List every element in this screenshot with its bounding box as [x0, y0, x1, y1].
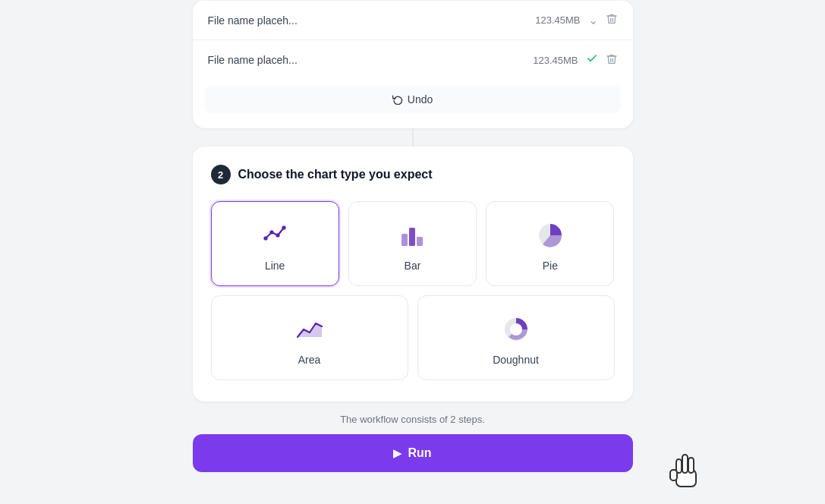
- svg-rect-18: [670, 470, 677, 480]
- svg-rect-17: [676, 459, 682, 473]
- area-label: Area: [298, 354, 321, 366]
- workflow-text: The workflow consists of 2 steps.: [340, 414, 485, 425]
- bar-chart-icon: [395, 219, 429, 252]
- run-button[interactable]: ▶ Run: [193, 434, 633, 472]
- line-chart-icon: [258, 219, 291, 252]
- file-meta-2: 123.45MB: [533, 52, 617, 68]
- connector-line: [412, 128, 414, 146]
- trash-icon-2[interactable]: [606, 53, 618, 68]
- bottom-section: The workflow consists of 2 steps. ▶ Run: [193, 414, 633, 472]
- undo-button[interactable]: Undo: [205, 86, 621, 113]
- area-chart-icon: [293, 313, 326, 346]
- svg-rect-9: [409, 228, 415, 246]
- pie-label: Pie: [543, 260, 558, 272]
- svg-point-4: [264, 237, 268, 241]
- file-meta-1: 123.45MB ⌄: [535, 13, 617, 27]
- undo-icon: [392, 94, 403, 105]
- run-label: Run: [408, 446, 431, 460]
- trash-icon-1[interactable]: [606, 13, 618, 27]
- chart-row-2: Area Doughnut: [211, 295, 615, 380]
- chart-row-1: Line Bar: [211, 201, 615, 286]
- check-icon: [586, 52, 598, 68]
- svg-point-13: [510, 323, 522, 335]
- bar-label: Bar: [405, 260, 421, 272]
- chart-option-doughnut[interactable]: Doughnut: [417, 295, 615, 380]
- file-size-2: 123.45MB: [533, 55, 578, 66]
- upload-card: File name placeh... 123.45MB ⌄: [193, 0, 633, 128]
- page-wrapper: File name placeh... 123.45MB ⌄: [0, 0, 825, 504]
- play-icon: ▶: [393, 447, 401, 459]
- chart-option-pie[interactable]: Pie: [486, 201, 614, 286]
- card-header: 2 Choose the chart type you expect: [211, 165, 615, 184]
- doughnut-label: Doughnut: [493, 354, 539, 366]
- file-size-1: 123.45MB: [535, 14, 580, 26]
- card-title: Choose the chart type you expect: [238, 168, 433, 181]
- file-row-2: File name placeh... 123.45MB: [193, 40, 633, 80]
- step-badge: 2: [211, 165, 231, 184]
- chart-option-bar[interactable]: Bar: [348, 201, 477, 286]
- svg-point-5: [270, 231, 274, 235]
- svg-rect-15: [682, 455, 688, 473]
- svg-rect-14: [676, 470, 696, 487]
- svg-rect-10: [417, 237, 423, 246]
- svg-point-6: [276, 234, 280, 238]
- main-content: File name placeh... 123.45MB ⌄: [185, 0, 641, 472]
- svg-rect-8: [401, 234, 408, 246]
- download-icon: ⌄: [588, 13, 598, 27]
- pie-chart-icon: [534, 219, 567, 252]
- undo-label: Undo: [408, 93, 433, 106]
- file-name-2: File name placeh...: [208, 54, 298, 66]
- svg-point-7: [282, 226, 286, 230]
- file-name-1: File name placeh...: [208, 14, 298, 27]
- file-row-1: File name placeh... 123.45MB ⌄: [193, 0, 633, 40]
- line-label: Line: [265, 260, 285, 272]
- svg-rect-16: [688, 458, 694, 473]
- cursor: [666, 445, 704, 490]
- chart-card: 2 Choose the chart type you expect: [193, 146, 633, 402]
- chart-grid: Line Bar: [211, 201, 615, 380]
- doughnut-chart-icon: [499, 313, 533, 346]
- chart-option-area[interactable]: Area: [211, 295, 408, 380]
- chart-option-line[interactable]: Line: [211, 201, 339, 286]
